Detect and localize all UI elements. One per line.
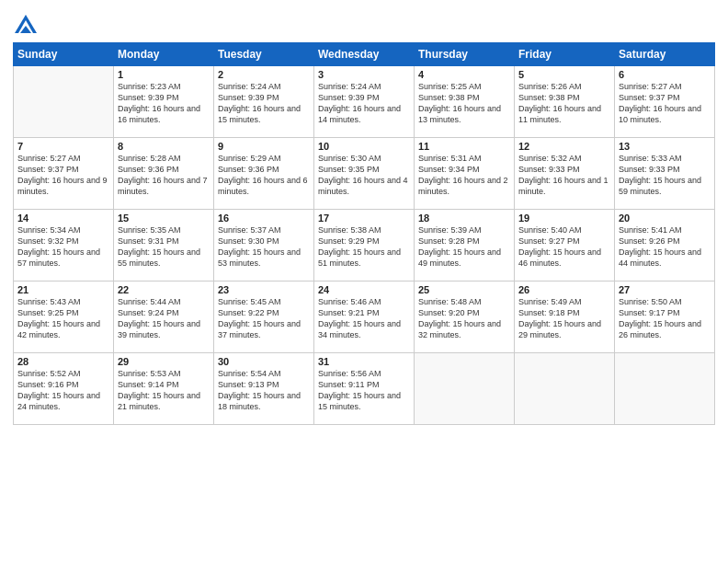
- day-cell: 1Sunrise: 5:23 AMSunset: 9:39 PMDaylight…: [114, 66, 214, 138]
- day-info: Sunrise: 5:26 AMSunset: 9:38 PMDaylight:…: [518, 81, 610, 126]
- day-number: 20: [619, 213, 711, 224]
- day-cell: 14Sunrise: 5:34 AMSunset: 9:32 PMDayligh…: [14, 210, 114, 282]
- day-info: Sunrise: 5:24 AMSunset: 9:39 PMDaylight:…: [318, 81, 410, 126]
- day-info: Sunrise: 5:39 AMSunset: 9:28 PMDaylight:…: [418, 224, 510, 270]
- week-row-4: 28Sunrise: 5:52 AMSunset: 9:16 PMDayligh…: [14, 353, 715, 425]
- day-info: Sunrise: 5:28 AMSunset: 9:36 PMDaylight:…: [118, 153, 210, 198]
- day-info: Sunrise: 5:48 AMSunset: 9:20 PMDaylight:…: [418, 296, 510, 341]
- day-cell: [14, 66, 114, 138]
- day-info: Sunrise: 5:37 AMSunset: 9:30 PMDaylight:…: [218, 224, 310, 270]
- day-cell: 24Sunrise: 5:46 AMSunset: 9:21 PMDayligh…: [314, 282, 415, 353]
- day-info: Sunrise: 5:41 AMSunset: 9:26 PMDaylight:…: [619, 224, 711, 270]
- day-info: Sunrise: 5:32 AMSunset: 9:33 PMDaylight:…: [518, 153, 610, 198]
- day-number: 24: [318, 284, 410, 295]
- page-container: SundayMondayTuesdayWednesdayThursdayFrid…: [0, 0, 728, 434]
- week-row-3: 21Sunrise: 5:43 AMSunset: 9:25 PMDayligh…: [14, 282, 715, 353]
- day-number: 18: [418, 213, 510, 224]
- day-number: 26: [518, 284, 610, 295]
- day-info: Sunrise: 5:29 AMSunset: 9:36 PMDaylight:…: [218, 153, 310, 198]
- day-cell: 23Sunrise: 5:45 AMSunset: 9:22 PMDayligh…: [214, 282, 314, 353]
- day-cell: 16Sunrise: 5:37 AMSunset: 9:30 PMDayligh…: [214, 210, 314, 282]
- day-info: Sunrise: 5:43 AMSunset: 9:25 PMDaylight:…: [17, 296, 109, 341]
- day-cell: 26Sunrise: 5:49 AMSunset: 9:18 PMDayligh…: [515, 282, 615, 353]
- day-cell: 10Sunrise: 5:30 AMSunset: 9:35 PMDayligh…: [314, 138, 415, 210]
- day-cell: 27Sunrise: 5:50 AMSunset: 9:17 PMDayligh…: [615, 282, 715, 353]
- day-number: 9: [218, 141, 310, 152]
- col-header-thursday: Thursday: [415, 43, 515, 66]
- day-number: 19: [518, 213, 610, 224]
- header-row: SundayMondayTuesdayWednesdayThursdayFrid…: [14, 43, 715, 66]
- header: [13, 9, 715, 39]
- day-cell: 3Sunrise: 5:24 AMSunset: 9:39 PMDaylight…: [314, 66, 415, 138]
- day-cell: 21Sunrise: 5:43 AMSunset: 9:25 PMDayligh…: [14, 282, 114, 353]
- day-info: Sunrise: 5:30 AMSunset: 9:35 PMDaylight:…: [318, 153, 410, 198]
- day-info: Sunrise: 5:35 AMSunset: 9:31 PMDaylight:…: [118, 224, 210, 270]
- day-cell: 2Sunrise: 5:24 AMSunset: 9:39 PMDaylight…: [214, 66, 314, 138]
- day-number: 11: [418, 141, 510, 152]
- day-info: Sunrise: 5:40 AMSunset: 9:27 PMDaylight:…: [518, 224, 610, 270]
- day-number: 12: [518, 141, 610, 152]
- day-cell: 31Sunrise: 5:56 AMSunset: 9:11 PMDayligh…: [314, 353, 415, 425]
- day-number: 8: [118, 141, 210, 152]
- day-cell: 25Sunrise: 5:48 AMSunset: 9:20 PMDayligh…: [415, 282, 515, 353]
- col-header-friday: Friday: [515, 43, 615, 66]
- day-cell: 13Sunrise: 5:33 AMSunset: 9:33 PMDayligh…: [615, 138, 715, 210]
- day-number: 21: [17, 284, 109, 295]
- col-header-sunday: Sunday: [14, 43, 114, 66]
- day-cell: 6Sunrise: 5:27 AMSunset: 9:37 PMDaylight…: [615, 66, 715, 138]
- day-cell: 5Sunrise: 5:26 AMSunset: 9:38 PMDaylight…: [515, 66, 615, 138]
- day-cell: 9Sunrise: 5:29 AMSunset: 9:36 PMDaylight…: [214, 138, 314, 210]
- day-cell: 12Sunrise: 5:32 AMSunset: 9:33 PMDayligh…: [515, 138, 615, 210]
- day-info: Sunrise: 5:49 AMSunset: 9:18 PMDaylight:…: [518, 296, 610, 341]
- day-number: 3: [318, 69, 410, 80]
- day-number: 4: [418, 69, 510, 80]
- day-info: Sunrise: 5:24 AMSunset: 9:39 PMDaylight:…: [218, 81, 310, 126]
- day-number: 28: [17, 356, 109, 367]
- day-number: 31: [318, 356, 410, 367]
- day-cell: 28Sunrise: 5:52 AMSunset: 9:16 PMDayligh…: [14, 353, 114, 425]
- day-number: 5: [518, 69, 610, 80]
- day-cell: 22Sunrise: 5:44 AMSunset: 9:24 PMDayligh…: [114, 282, 214, 353]
- day-number: 30: [218, 356, 310, 367]
- day-number: 29: [118, 356, 210, 367]
- day-info: Sunrise: 5:27 AMSunset: 9:37 PMDaylight:…: [17, 153, 109, 198]
- day-info: Sunrise: 5:46 AMSunset: 9:21 PMDaylight:…: [318, 296, 410, 341]
- day-cell: 29Sunrise: 5:53 AMSunset: 9:14 PMDayligh…: [114, 353, 214, 425]
- day-number: 23: [218, 284, 310, 295]
- week-row-2: 14Sunrise: 5:34 AMSunset: 9:32 PMDayligh…: [14, 210, 715, 282]
- day-number: 13: [619, 141, 711, 152]
- day-number: 1: [118, 69, 210, 80]
- day-number: 15: [118, 213, 210, 224]
- day-info: Sunrise: 5:31 AMSunset: 9:34 PMDaylight:…: [418, 153, 510, 198]
- calendar-table: SundayMondayTuesdayWednesdayThursdayFrid…: [13, 42, 715, 425]
- day-cell: 19Sunrise: 5:40 AMSunset: 9:27 PMDayligh…: [515, 210, 615, 282]
- day-number: 14: [17, 213, 109, 224]
- col-header-wednesday: Wednesday: [314, 43, 415, 66]
- day-info: Sunrise: 5:25 AMSunset: 9:38 PMDaylight:…: [418, 81, 510, 126]
- col-header-saturday: Saturday: [615, 43, 715, 66]
- day-cell: 30Sunrise: 5:54 AMSunset: 9:13 PMDayligh…: [214, 353, 314, 425]
- day-number: 25: [418, 284, 510, 295]
- day-info: Sunrise: 5:23 AMSunset: 9:39 PMDaylight:…: [118, 81, 210, 126]
- day-info: Sunrise: 5:45 AMSunset: 9:22 PMDaylight:…: [218, 296, 310, 341]
- day-cell: 7Sunrise: 5:27 AMSunset: 9:37 PMDaylight…: [14, 138, 114, 210]
- day-cell: 11Sunrise: 5:31 AMSunset: 9:34 PMDayligh…: [415, 138, 515, 210]
- day-number: 2: [218, 69, 310, 80]
- day-number: 16: [218, 213, 310, 224]
- day-number: 27: [619, 284, 711, 295]
- day-number: 6: [619, 69, 711, 80]
- day-info: Sunrise: 5:50 AMSunset: 9:17 PMDaylight:…: [619, 296, 711, 341]
- day-info: Sunrise: 5:52 AMSunset: 9:16 PMDaylight:…: [17, 368, 109, 413]
- logo: [13, 13, 40, 39]
- day-cell: [415, 353, 515, 425]
- week-row-0: 1Sunrise: 5:23 AMSunset: 9:39 PMDaylight…: [14, 66, 715, 138]
- day-cell: 17Sunrise: 5:38 AMSunset: 9:29 PMDayligh…: [314, 210, 415, 282]
- day-cell: 4Sunrise: 5:25 AMSunset: 9:38 PMDaylight…: [415, 66, 515, 138]
- day-cell: [515, 353, 615, 425]
- logo-icon: [13, 13, 39, 39]
- day-cell: 20Sunrise: 5:41 AMSunset: 9:26 PMDayligh…: [615, 210, 715, 282]
- day-info: Sunrise: 5:27 AMSunset: 9:37 PMDaylight:…: [619, 81, 711, 126]
- day-info: Sunrise: 5:33 AMSunset: 9:33 PMDaylight:…: [619, 153, 711, 198]
- day-info: Sunrise: 5:38 AMSunset: 9:29 PMDaylight:…: [318, 224, 410, 270]
- week-row-1: 7Sunrise: 5:27 AMSunset: 9:37 PMDaylight…: [14, 138, 715, 210]
